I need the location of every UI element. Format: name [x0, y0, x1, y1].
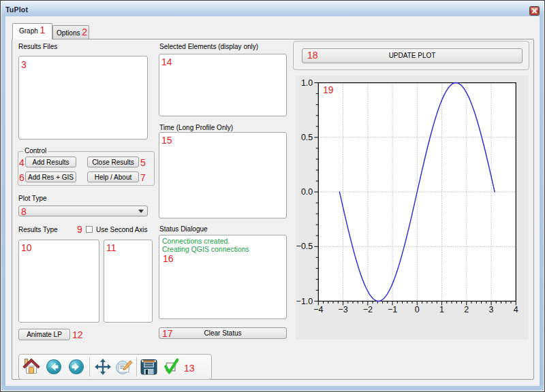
- svg-text:0.0: 0.0: [301, 187, 313, 197]
- svg-text:1.0: 1.0: [301, 78, 313, 88]
- svg-text:3: 3: [489, 305, 494, 314]
- svg-text:−3: −3: [338, 305, 347, 314]
- svg-text:−1.0: −1.0: [296, 297, 313, 306]
- svg-text:0: 0: [415, 305, 420, 314]
- svg-text:0.5: 0.5: [301, 133, 313, 142]
- svg-text:−1: −1: [388, 305, 397, 314]
- svg-text:1: 1: [439, 305, 444, 314]
- svg-text:−2: −2: [363, 305, 373, 314]
- svg-text:4: 4: [514, 305, 518, 314]
- svg-text:−0.5: −0.5: [296, 242, 313, 251]
- svg-text:2: 2: [464, 305, 469, 314]
- svg-text:−4: −4: [313, 305, 323, 314]
